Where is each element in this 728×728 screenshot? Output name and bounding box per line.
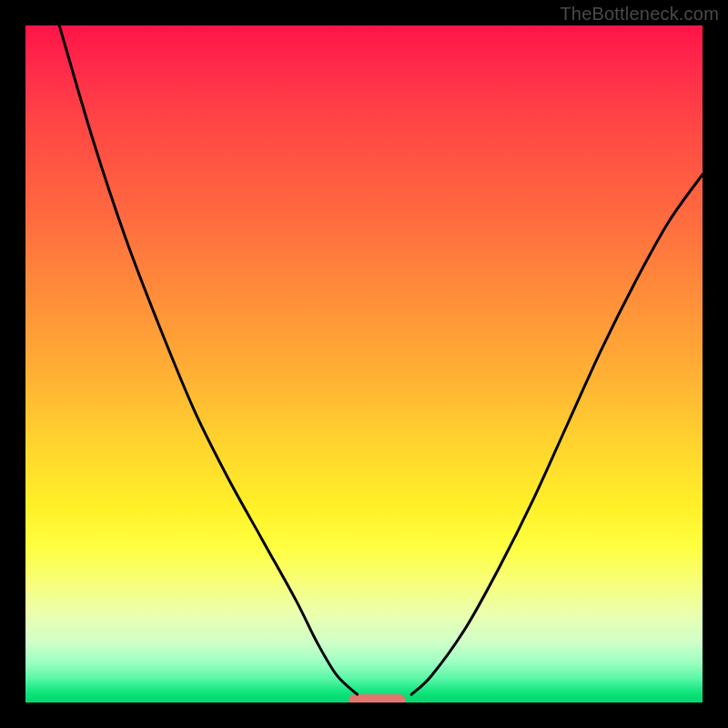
optimum-marker (349, 694, 406, 703)
chart-frame: TheBottleneck.com (0, 0, 728, 728)
watermark-text: TheBottleneck.com (560, 4, 719, 25)
heat-gradient (25, 25, 703, 703)
plot-area (25, 25, 703, 703)
